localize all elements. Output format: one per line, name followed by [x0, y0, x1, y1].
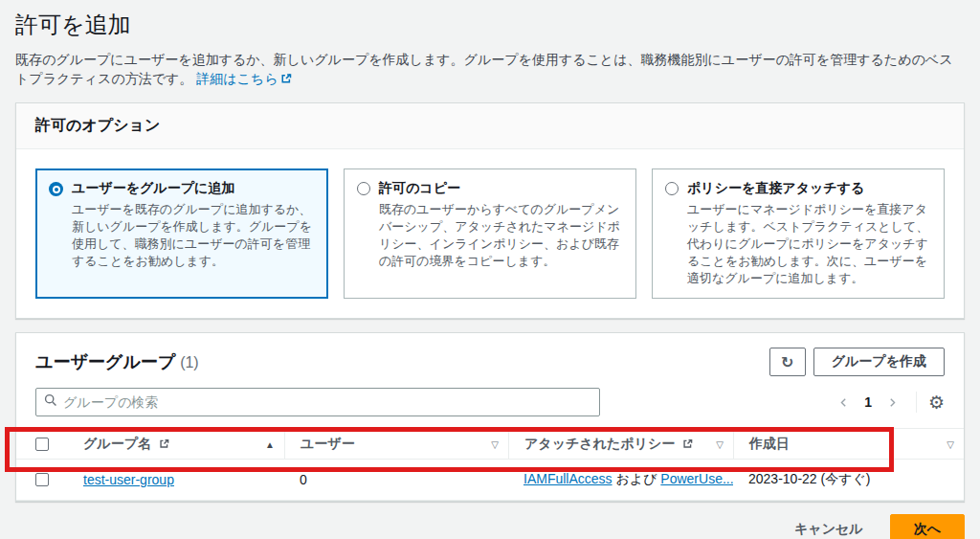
pagination: 1 ⚙	[832, 391, 945, 414]
sort-toggle-icon[interactable]: ▽	[491, 439, 499, 450]
column-users[interactable]: ユーザー ▽	[284, 429, 508, 460]
refresh-icon: ↻	[781, 353, 793, 371]
option-add-user-to-group[interactable]: ユーザーをグループに追加 ユーザーを既存のグループに追加するか、新しいグループを…	[35, 168, 328, 299]
user-groups-actions: ↻ グループを作成	[769, 348, 945, 376]
option-description: ユーザーにマネージドポリシーを直接アタッチします。ベストプラクティスとして、代わ…	[687, 201, 931, 287]
user-groups-title: ユーザーグループ (1)	[35, 350, 199, 373]
current-page[interactable]: 1	[858, 394, 878, 410]
groups-toolbar: 1 ⚙	[16, 386, 964, 428]
learn-more-link[interactable]: 詳細はこちら	[196, 71, 278, 86]
column-created-date[interactable]: 作成日 ▽	[733, 429, 964, 460]
option-label: 許可のコピー	[379, 180, 623, 197]
row-checkbox[interactable]	[35, 473, 49, 486]
create-group-button[interactable]: グループを作成	[813, 348, 945, 376]
user-groups-header: ユーザーグループ (1) ↻ グループを作成	[16, 333, 964, 386]
radio-unselected-icon[interactable]	[357, 182, 370, 195]
column-attached-policies[interactable]: アタッチされたポリシー ▽	[508, 429, 733, 460]
external-link-icon	[280, 70, 292, 89]
page-description-text: 既存のグループにユーザーを追加するか、新しいグループを作成します。グループを使用…	[15, 52, 952, 86]
groups-table-header: グループ名 ▲ ユーザー ▽ アタッチされたポリシー ▽ 作成日 ▽	[16, 428, 964, 459]
select-all-checkbox[interactable]	[35, 438, 49, 451]
cell-created-date: 2023-10-22 (今すぐ)	[733, 471, 964, 488]
pager-divider	[916, 392, 917, 413]
external-link-icon	[682, 437, 693, 452]
policy-link-poweruser[interactable]: PowerUse...	[660, 471, 733, 486]
gear-icon[interactable]: ⚙	[928, 393, 945, 412]
column-group-name[interactable]: グループ名 ▲	[68, 429, 284, 460]
radio-unselected-icon[interactable]	[665, 182, 679, 195]
refresh-button[interactable]: ↻	[769, 348, 806, 376]
sort-toggle-icon[interactable]: ▽	[716, 439, 724, 450]
policy-joiner: および	[615, 471, 657, 486]
group-name-link[interactable]: test-user-group	[83, 472, 174, 487]
permissions-options-header: 許可のオプション	[16, 103, 964, 149]
option-content: 許可のコピー 既存のユーザーからすべてのグループメンバーシップ、アタッチされたマ…	[379, 180, 623, 287]
radio-selected-icon[interactable]	[49, 182, 63, 196]
group-search-box[interactable]	[35, 388, 600, 416]
row-select-cell	[16, 460, 68, 500]
cell-attached-policies: IAMFullAccess および PowerUse...	[508, 471, 733, 488]
prev-page-icon[interactable]	[832, 391, 855, 414]
policy-link-iamfullaccess[interactable]: IAMFullAccess	[523, 471, 612, 486]
option-attach-policies-directly[interactable]: ポリシーを直接アタッチする ユーザーにマネージドポリシーを直接アタッチします。ベ…	[652, 168, 945, 299]
option-content: ユーザーをグループに追加 ユーザーを既存のグループに追加するか、新しいグループを…	[72, 180, 315, 287]
user-groups-card: ユーザーグループ (1) ↻ グループを作成 1 ⚙	[15, 332, 965, 502]
page-description: 既存のグループにユーザーを追加するか、新しいグループを作成します。グループを使用…	[15, 50, 965, 89]
wizard-footer: キャンセル 次へ	[15, 514, 965, 539]
next-page-icon[interactable]	[881, 391, 904, 414]
permissions-options-card: 許可のオプション ユーザーをグループに追加 ユーザーを既存のグループに追加するか…	[15, 102, 965, 319]
select-all-cell	[16, 429, 68, 460]
column-created-date-label: 作成日	[749, 436, 790, 453]
next-button[interactable]: 次へ	[890, 514, 965, 539]
option-copy-permissions[interactable]: 許可のコピー 既存のユーザーからすべてのグループメンバーシップ、アタッチされたマ…	[344, 168, 636, 299]
option-description: ユーザーを既存のグループに追加するか、新しいグループを作成します。グループを使用…	[72, 201, 315, 270]
sort-ascending-icon[interactable]: ▲	[265, 439, 275, 450]
user-groups-count: (1)	[180, 354, 199, 371]
option-label: ポリシーを直接アタッチする	[687, 180, 931, 197]
search-icon	[44, 393, 57, 411]
user-groups-title-text: ユーザーグループ	[35, 352, 175, 371]
add-permissions-page: 許可を追加 既存のグループにユーザーを追加するか、新しいグループを作成します。グ…	[0, 0, 980, 539]
external-link-icon	[159, 437, 169, 452]
column-attached-policies-label: アタッチされたポリシー	[524, 436, 675, 453]
option-content: ポリシーを直接アタッチする ユーザーにマネージドポリシーを直接アタッチします。ベ…	[687, 180, 931, 287]
option-description: 既存のユーザーからすべてのグループメンバーシップ、アタッチされたマネージドポリシ…	[379, 201, 623, 270]
cancel-button[interactable]: キャンセル	[794, 521, 863, 538]
cell-users: 0	[284, 472, 508, 487]
sort-toggle-icon[interactable]: ▽	[947, 439, 954, 450]
cell-group-name: test-user-group	[68, 472, 284, 487]
page-title: 許可を追加	[15, 10, 965, 40]
column-group-name-label: グループ名	[83, 436, 151, 453]
option-label: ユーザーをグループに追加	[72, 180, 315, 197]
group-search-input[interactable]	[63, 394, 591, 410]
table-row-test-user-group[interactable]: test-user-group 0 IAMFullAccess および Powe…	[16, 459, 964, 501]
permissions-options-body: ユーザーをグループに追加 ユーザーを既存のグループに追加するか、新しいグループを…	[16, 149, 964, 318]
column-users-label: ユーザー	[301, 436, 355, 453]
